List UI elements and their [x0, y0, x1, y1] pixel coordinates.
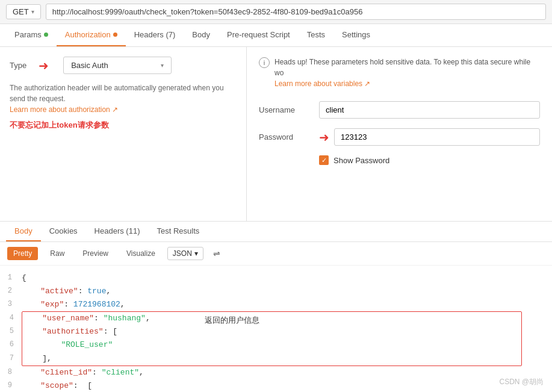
- format-tab-raw[interactable]: Raw: [44, 247, 70, 260]
- authorization-dot: [113, 33, 117, 37]
- type-chevron-icon: ▾: [161, 62, 164, 69]
- tab-params-label: Params: [14, 30, 42, 39]
- info-icon: i: [259, 57, 270, 68]
- format-bar: Pretty Raw Preview Visualize JSON ▾ ⇌: [0, 242, 552, 266]
- tab-body[interactable]: Body: [184, 24, 219, 46]
- auth-right-panel: i Heads up! These parameters hold sensit…: [247, 47, 552, 221]
- password-row: Password ➜: [259, 128, 540, 146]
- method-select[interactable]: GET ▾: [6, 4, 41, 19]
- username-input[interactable]: [319, 101, 540, 119]
- type-label: Type: [10, 61, 26, 70]
- show-password-row: ✓ Show Password: [319, 155, 540, 165]
- code-line-7: 7 ],: [23, 352, 520, 366]
- variables-link[interactable]: Learn more about variables ↗: [274, 79, 370, 88]
- tab-authorization-label: Authorization: [65, 30, 111, 39]
- method-label: GET: [13, 7, 29, 16]
- tab-prerequest[interactable]: Pre-request Script: [219, 24, 299, 46]
- tab-headers-label: Headers (7): [134, 30, 176, 39]
- username-row: Username: [259, 101, 540, 119]
- code-line-3: 3 "exp": 1721968102,: [0, 298, 552, 311]
- show-password-checkbox[interactable]: ✓: [319, 155, 329, 165]
- tab-bar: Params Authorization Headers (7) Body Pr…: [0, 24, 552, 47]
- response-tab-cookies[interactable]: Cookies: [41, 222, 86, 241]
- response-tab-bar: Body Cookies Headers (11) Test Results: [0, 222, 552, 242]
- info-banner-text: Heads up! These parameters hold sensitiv…: [274, 57, 540, 89]
- password-input[interactable]: [334, 128, 540, 146]
- learn-more-link[interactable]: Learn more about authorization ↗: [10, 105, 118, 114]
- show-password-label: Show Password: [333, 156, 389, 165]
- format-tab-visualize[interactable]: Visualize: [120, 247, 161, 260]
- response-section: Body Cookies Headers (11) Test Results P…: [0, 222, 552, 392]
- code-line-4: 4 "user_name": "hushang",: [23, 312, 520, 325]
- format-tab-pretty[interactable]: Pretty: [7, 247, 38, 260]
- wrap-icon[interactable]: ⇌: [213, 249, 220, 258]
- info-banner: i Heads up! These parameters hold sensit…: [259, 57, 540, 89]
- auth-info-text: The authorization header will be automat…: [10, 82, 237, 115]
- tab-tests[interactable]: Tests: [299, 24, 333, 46]
- url-input[interactable]: [46, 4, 546, 20]
- watermark: CSDN @胡尚: [499, 377, 544, 387]
- code-line-9: 9 "scope": [: [0, 379, 552, 392]
- tab-params[interactable]: Params: [6, 24, 57, 46]
- method-chevron-icon: ▾: [31, 8, 34, 15]
- type-select-dropdown[interactable]: Basic Auth ▾: [63, 57, 172, 74]
- code-line-2: 2 "active": true,: [0, 285, 552, 298]
- main-content: Type ➜ Basic Auth ▾ The authorization he…: [0, 47, 552, 222]
- token-annotation: 不要忘记加上token请求参数: [10, 120, 237, 131]
- arrow-right-icon: ➜: [39, 58, 49, 73]
- tab-tests-label: Tests: [307, 30, 325, 39]
- tab-authorization[interactable]: Authorization: [57, 24, 126, 46]
- code-line-1: 1 {: [0, 272, 552, 285]
- json-format-label: JSON: [173, 249, 192, 258]
- tab-settings[interactable]: Settings: [333, 24, 379, 46]
- json-format-chevron-icon: ▾: [194, 249, 198, 258]
- auth-left-panel: Type ➜ Basic Auth ▾ The authorization he…: [0, 47, 247, 221]
- tab-prerequest-label: Pre-request Script: [227, 30, 290, 39]
- username-label: Username: [259, 105, 319, 114]
- json-format-select[interactable]: JSON ▾: [167, 247, 203, 260]
- type-select-value: Basic Auth: [71, 61, 108, 70]
- format-tab-preview[interactable]: Preview: [76, 247, 114, 260]
- type-row: Type ➜ Basic Auth ▾: [10, 57, 237, 74]
- response-tab-test-results[interactable]: Test Results: [148, 222, 208, 241]
- arrow-password-icon: ➜: [319, 130, 329, 145]
- password-label: Password: [259, 132, 319, 142]
- code-line-5: 5 "authorities": [: [23, 325, 520, 338]
- tab-body-label: Body: [192, 30, 210, 39]
- response-tab-headers[interactable]: Headers (11): [86, 222, 149, 241]
- tab-headers[interactable]: Headers (7): [126, 24, 184, 46]
- response-tab-body[interactable]: Body: [6, 222, 41, 241]
- highlight-block: 4 "user_name": "hushang", 5 "authorities…: [0, 311, 552, 366]
- code-area: 1 { 2 "active": true, 3 "exp": 172196810…: [0, 266, 552, 392]
- code-line-8: 8 "client_id": "client",: [0, 366, 552, 379]
- url-bar: GET ▾: [0, 0, 552, 24]
- return-annotation: 返回的用户信息: [205, 314, 259, 327]
- code-line-6: 6 "ROLE_user": [23, 338, 520, 352]
- tab-settings-label: Settings: [342, 30, 370, 39]
- params-dot: [44, 33, 48, 37]
